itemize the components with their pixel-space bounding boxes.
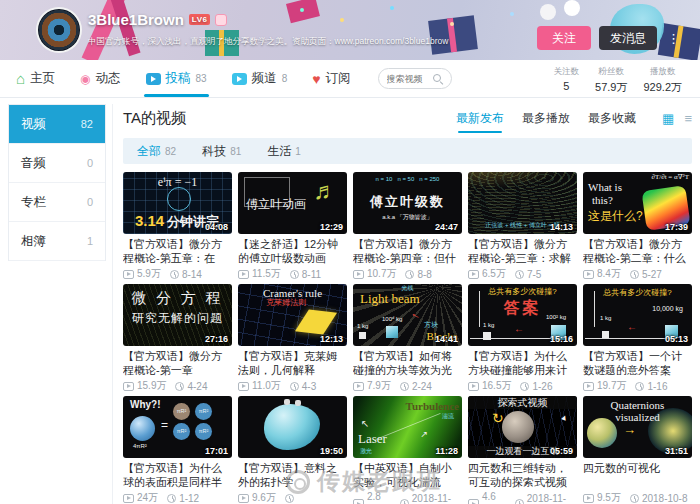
thumbnail-text: ↗ bbox=[420, 430, 428, 440]
video-thumbnail[interactable]: 12:13 Cramer's rule克莱姆法则 bbox=[238, 284, 347, 346]
filter-tech[interactable]: 科技 81 bbox=[202, 143, 241, 160]
video-title[interactable]: 【官方双语】克莱姆法则，几何解释 bbox=[238, 349, 347, 377]
more-menu-icon[interactable]: ⋮ bbox=[667, 32, 680, 45]
video-card[interactable]: 15:16 总共有多少次碰撞?答案1 kg100² kg← 【官方双语】为什么方… bbox=[468, 284, 577, 393]
nav-item-dynamics[interactable]: ◉ 动态 bbox=[80, 60, 120, 97]
sort-newest[interactable]: 最新发布 bbox=[456, 110, 504, 127]
video-thumbnail[interactable]: 14:41 光线Light beam方块Blocks1 kg100ᵈ kg← bbox=[353, 284, 462, 346]
play-count-icon bbox=[238, 382, 249, 391]
video-card[interactable]: 17:01 Why?!4πR²=πR²πR²πR²πR² 【官方双语】为什么球的… bbox=[123, 396, 232, 504]
message-button[interactable]: 发消息 bbox=[599, 26, 657, 50]
publish-date: 1-16 bbox=[647, 381, 667, 392]
play-count-group: 8.4万 bbox=[583, 267, 621, 281]
sidebar-item-articles[interactable]: 专栏 0 bbox=[9, 183, 105, 222]
thumbnail-text: Why?! bbox=[130, 399, 161, 410]
video-title[interactable]: 【官方双语】如何将碰撞的方块等效为光线...来计算π? bbox=[353, 349, 462, 377]
video-thumbnail[interactable]: 12:29 傅立叶动画♬ bbox=[238, 172, 347, 234]
video-title[interactable]: 【迷之舒适】12分钟的傅立叶级数动画 bbox=[238, 237, 347, 265]
nav-item-channels[interactable]: 频道 8 bbox=[232, 60, 288, 97]
clock-icon bbox=[285, 494, 294, 503]
publish-date: 8-8 bbox=[417, 269, 431, 280]
sort-most-played[interactable]: 最多播放 bbox=[522, 110, 570, 127]
video-thumbnail[interactable]: 15:16 总共有多少次碰撞?答案1 kg100² kg← bbox=[468, 284, 577, 346]
video-title[interactable]: 四元数的可视化 bbox=[583, 461, 692, 489]
sidebar-item-videos[interactable]: 视频 82 bbox=[9, 105, 105, 144]
play-count-group: 19.7万 bbox=[583, 379, 626, 393]
list-view-icon[interactable]: ≡ bbox=[684, 112, 692, 125]
date-group: 1-16 bbox=[635, 381, 667, 392]
stat-value: 929.2万 bbox=[643, 80, 682, 95]
video-thumbnail[interactable]: 19:50 bbox=[238, 396, 347, 458]
thumbnail-text: Quaternions bbox=[583, 399, 692, 411]
video-card[interactable]: 24:47 n = 10 n = 50 n = 250傅立叶级数a.k.a 「万… bbox=[353, 172, 462, 281]
thumbnail-text: this? bbox=[592, 194, 613, 206]
video-thumbnail[interactable]: 04:08 eⁱπ = −13.14分钟讲完 bbox=[123, 172, 232, 234]
video-thumbnail[interactable]: 14:13 正弦波 + 线性 + 傅立叶 = 解 bbox=[468, 172, 577, 234]
video-meta: 9.6万 bbox=[238, 491, 347, 504]
nav-item-uploads[interactable]: 投稿 83 bbox=[146, 60, 207, 97]
nav-item-home[interactable]: ⌂ 主页 bbox=[16, 60, 55, 97]
video-search-box[interactable] bbox=[378, 68, 452, 89]
nav-item-subscriptions[interactable]: ♥ 订阅 bbox=[312, 60, 350, 97]
sort-most-favorited[interactable]: 最多收藏 bbox=[588, 110, 636, 127]
video-thumbnail[interactable]: 17:39 What isthis?这是什么?∂T/∂t = α∇²T bbox=[583, 172, 692, 234]
nav-label: 动态 bbox=[96, 70, 121, 87]
clock-icon bbox=[520, 382, 529, 391]
video-card[interactable]: 14:13 正弦波 + 线性 + 傅立叶 = 解 【官方双语】微分方程概论-第三… bbox=[468, 172, 577, 281]
video-title[interactable]: 【官方双语】为什么方块碰撞能够用来计算π? bbox=[468, 349, 577, 377]
video-duration: 24:47 bbox=[435, 222, 458, 232]
date-group: 2018-11-27 bbox=[400, 493, 462, 504]
main-header: TA的视频 最新发布 最多播放 最多收藏 ▦ ≡ bbox=[123, 104, 692, 132]
video-thumbnail[interactable]: 31:51 Quaternionsvisualized→ bbox=[583, 396, 692, 458]
video-title[interactable]: 【官方双语】微分方程概论-第二章：什么是偏微分方程? bbox=[583, 237, 692, 265]
video-title[interactable]: 四元数和三维转动，可互动的探索式视频（请看链接） bbox=[468, 461, 577, 489]
video-thumbnail[interactable]: 27:16 微 分 方 程研究无解的问题 bbox=[123, 284, 232, 346]
video-thumbnail[interactable]: 17:01 Why?!4πR²=πR²πR²πR²πR² bbox=[123, 396, 232, 458]
play-count-group: 11.5万 bbox=[238, 267, 281, 281]
video-title[interactable]: 【官方双语】微分方程概论-第四章：但什么是傅立叶级数呢? -从热 bbox=[353, 237, 462, 265]
sidebar-item-audio[interactable]: 音频 0 bbox=[9, 144, 105, 183]
video-card[interactable]: 04:08 eⁱπ = −13.14分钟讲完 【官方双语】微分方程概论-第五章：… bbox=[123, 172, 232, 281]
filter-count: 82 bbox=[165, 146, 176, 157]
video-title[interactable]: 【官方双语】为什么球的表面积是同样半径圆的面积的四倍? bbox=[123, 461, 232, 489]
video-title[interactable]: 【中英双语】自制小实验，可视化湍流 bbox=[353, 461, 462, 489]
play-count-icon bbox=[468, 382, 479, 391]
video-card[interactable]: 31:51 Quaternionsvisualized→ 四元数的可视化 9.5… bbox=[583, 396, 692, 504]
video-thumbnail[interactable]: 11:28 Turbulence湍流Laser激光↖↗ bbox=[353, 396, 462, 458]
follow-button[interactable]: 关注 bbox=[537, 26, 591, 50]
grid-view-icon[interactable]: ▦ bbox=[662, 112, 674, 125]
thumbnail-text: a.k.a 「万物皆波」 bbox=[353, 214, 462, 221]
video-card[interactable]: 05:59 探索式视频一边观看一边互动↻▲ 四元数和三维转动，可互动的探索式视频… bbox=[468, 396, 577, 504]
video-card[interactable]: 05:13 总共有多少次碰撞?10,000 kg1 kg← 【官方双语】一个计数… bbox=[583, 284, 692, 393]
video-duration: 04:08 bbox=[205, 222, 228, 232]
sidebar-item-albums[interactable]: 相簿 1 bbox=[9, 222, 105, 261]
video-card[interactable]: 17:39 What isthis?这是什么?∂T/∂t = α∇²T 【官方双… bbox=[583, 172, 692, 281]
video-card[interactable]: 11:28 Turbulence湍流Laser激光↖↗ 【中英双语】自制小实验，… bbox=[353, 396, 462, 504]
video-meta: 24万 1-12 bbox=[123, 491, 232, 504]
video-title[interactable]: 【官方双语】微分方程概论-第五章：在3.14分钟内理解e^iπ bbox=[123, 237, 232, 265]
search-icon[interactable] bbox=[433, 74, 443, 84]
filter-all[interactable]: 全部 82 bbox=[137, 143, 176, 160]
video-thumbnail[interactable]: 05:59 探索式视频一边观看一边互动↻▲ bbox=[468, 396, 577, 458]
sidebar-label: 视频 bbox=[21, 116, 46, 133]
video-card[interactable]: 12:13 Cramer's rule克莱姆法则 【官方双语】克莱姆法则，几何解… bbox=[238, 284, 347, 393]
dynamics-icon: ◉ bbox=[80, 73, 90, 85]
video-title[interactable]: 【官方双语】一个计数谜题的意外答案 bbox=[583, 349, 692, 377]
video-meta: 8.4万 5-27 bbox=[583, 267, 692, 281]
video-thumbnail[interactable]: 05:13 总共有多少次碰撞?10,000 kg1 kg← bbox=[583, 284, 692, 346]
video-title[interactable]: 【官方双语】微分方程概论-第三章：求解热传导方程 bbox=[468, 237, 577, 265]
video-title[interactable]: 【官方双语】意料之外的拓扑学 bbox=[238, 461, 347, 489]
video-card[interactable]: 12:29 傅立叶动画♬ 【迷之舒适】12分钟的傅立叶级数动画 11.5万 8-… bbox=[238, 172, 347, 281]
avatar[interactable] bbox=[36, 7, 82, 53]
play-count-icon bbox=[353, 382, 364, 391]
video-card[interactable]: 19:50 【官方双语】意料之外的拓扑学 9.6万 bbox=[238, 396, 347, 504]
filter-life[interactable]: 生活 1 bbox=[267, 143, 301, 160]
video-card[interactable]: 27:16 微 分 方 程研究无解的问题 【官方双语】微分方程概论-第一章 15… bbox=[123, 284, 232, 393]
date-group: 1-12 bbox=[167, 493, 199, 504]
stat-label: 关注数 bbox=[554, 66, 580, 78]
video-card[interactable]: 14:41 光线Light beam方块Blocks1 kg100ᵈ kg← 【… bbox=[353, 284, 462, 393]
play-count: 15.9万 bbox=[137, 379, 166, 393]
search-input[interactable] bbox=[387, 74, 433, 84]
video-thumbnail[interactable]: 24:47 n = 10 n = 50 n = 250傅立叶级数a.k.a 「万… bbox=[353, 172, 462, 234]
video-title[interactable]: 【官方双语】微分方程概论-第一章 bbox=[123, 349, 232, 377]
